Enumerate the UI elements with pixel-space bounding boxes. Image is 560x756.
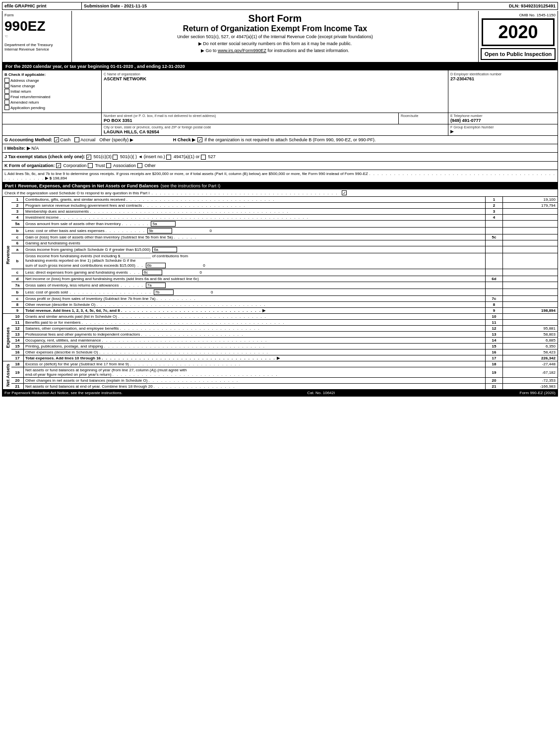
l-value: 198,894: [53, 176, 67, 180]
check-name-box[interactable]: [4, 83, 9, 88]
table-row: c Gross profit or (loss) from sales of i…: [11, 296, 558, 302]
accrual-label: Accrual: [80, 137, 95, 142]
group-exemption-arrow: ▶: [450, 129, 556, 134]
table-row: b Less: cost of goods sold . . . . . . .…: [11, 289, 558, 296]
check-initial-box[interactable]: [4, 89, 9, 94]
ein-value: 27-2304761: [450, 76, 556, 81]
cash-label: Cash: [60, 137, 70, 142]
assoc-label: Association: [113, 163, 137, 168]
expenses-side-label: Expenses: [2, 314, 11, 361]
dln: DLN: 93492319125491: [458, 2, 558, 9]
expenses-section: Expenses 10 Grants and similar amounts p…: [2, 314, 558, 361]
table-row: 3 Membership dues and assessments . . . …: [11, 209, 558, 215]
header-bar: efile GRAPHIC print Submission Date - 20…: [2, 2, 558, 10]
table-row: 6 Gaming and fundraising events: [11, 240, 558, 246]
submission-date: Submission Date - 2021-11-15: [82, 2, 458, 9]
form-symbol: ☜: [4, 34, 69, 39]
corp-label: Corporation: [63, 163, 88, 168]
efile-label: efile GRAPHIC print: [2, 2, 82, 9]
check-amended-box[interactable]: [4, 100, 9, 105]
city-right: F Group Exemption Number ▶: [448, 124, 558, 135]
net-assets-rows: 18 Excess or (deficit) for the year (Sub…: [11, 361, 558, 389]
trust-checkbox[interactable]: [88, 163, 93, 168]
check-name: Name change: [4, 83, 99, 88]
city-section: City or town, state or province, country…: [2, 124, 558, 136]
k-label: K Form of organization:: [4, 163, 56, 168]
for-year-line: For the 2020 calendar year, or tax year …: [2, 62, 558, 70]
form-number: 990EZ: [4, 18, 69, 34]
tax-527-label: 527: [208, 154, 215, 159]
address-section: Number and street (or P. O. box, if mail…: [2, 113, 558, 124]
tax-501c3-checkbox[interactable]: [86, 155, 91, 160]
check-col: B Check if applicable: Address change Na…: [2, 70, 102, 113]
form-org-section: K Form of organization: Corporation Trus…: [2, 162, 558, 171]
schedule-o-checkbox[interactable]: [342, 190, 347, 195]
top-section: Form 990EZ ☜ Department of the Treasury …: [2, 11, 558, 62]
corp-checkbox[interactable]: [56, 163, 61, 168]
ein-col: D Employer identification number 27-2304…: [448, 70, 558, 113]
tax-4947-checkbox[interactable]: [166, 155, 171, 160]
website-section: I Website: ▶ N/A: [2, 144, 558, 153]
address-value: PO BOX 3351: [104, 118, 396, 123]
ein-label: D Employer identification number: [450, 72, 556, 76]
table-row: 18 Excess or (deficit) for the year (Sub…: [11, 361, 558, 367]
table-row: 14 Occupancy, rent, utilities, and maint…: [11, 338, 558, 344]
expenses-rows: 10 Grants and similar amounts paid (list…: [11, 314, 558, 361]
h-label: H Check ▶: [173, 137, 196, 142]
table-row: 4 Investment income . . . . . . . . . . …: [11, 215, 558, 221]
net-assets-side-label: Net Assets: [2, 361, 11, 389]
other-org-label: Other: [144, 163, 156, 168]
addr-left-spacer: [2, 113, 102, 124]
tel-label: E Telephone number: [450, 114, 556, 117]
paperwork-text: For Paperwork Reduction Act Notice, see …: [4, 391, 123, 395]
net-assets-section: Net Assets 18 Excess or (deficit) for th…: [2, 361, 558, 390]
check-pending-box[interactable]: [4, 105, 9, 110]
other-org-checkbox[interactable]: [137, 163, 142, 168]
go-to: ▶ Go to www.irs.gov/Form990EZ for instru…: [74, 48, 476, 53]
table-row: 13 Professional fees and other payments …: [11, 332, 558, 338]
h-checkbox[interactable]: [197, 137, 202, 142]
city-label: City or town, state or province, country…: [104, 125, 446, 129]
tax-501c-checkbox[interactable]: [113, 155, 118, 160]
website-i-label: I Website: ▶: [4, 146, 30, 151]
do-not-enter: ▶ Do not enter social security numbers o…: [74, 41, 476, 46]
tax-527-checkbox[interactable]: [201, 155, 206, 160]
trust-label: Trust: [95, 163, 106, 168]
irs-link[interactable]: www.irs.gov/Form990EZ: [218, 48, 266, 53]
cash-checkbox[interactable]: [54, 137, 59, 142]
tax-501c-label: 501(c)( ) ◄ (insert no.): [120, 154, 166, 159]
table-row: 5a Gross amount from sale of assets othe…: [11, 221, 558, 228]
tax-4947-label: 4947(a)(1) or: [174, 154, 201, 159]
org-name-value: ASCENT NETWORK: [104, 76, 446, 81]
check-final-box[interactable]: [4, 94, 9, 99]
check-address-box[interactable]: [4, 78, 9, 83]
year-open-block: OMB No. 1545-1150 2020 Open to Public In…: [478, 11, 558, 62]
org-name-label: C Name of organization: [104, 72, 446, 76]
year-box: 2020: [482, 18, 555, 46]
table-row: b Gross income from fundraising events (…: [11, 253, 558, 269]
check-final: Final return/terminated: [4, 94, 99, 99]
revenue-section: Revenue 1 Contributions, gifts, grants, …: [2, 197, 558, 314]
schedule-o-check-line: Check if the organization used Schedule …: [2, 189, 558, 197]
other-label: Other (specify) ▶: [99, 137, 133, 142]
return-title: Return of Organization Exempt From Incom…: [74, 24, 476, 33]
address-label: Number and street (or P. O. box, if mail…: [104, 114, 396, 117]
tax-j-label: J Tax-exempt status (check only one):: [4, 154, 86, 159]
check-label: B Check if applicable:: [4, 72, 99, 77]
check-address: Address change: [4, 78, 99, 83]
table-row: c Less: direct expenses from gaming and …: [11, 269, 558, 276]
check-amended: Amended return: [4, 100, 99, 105]
accrual-checkbox[interactable]: [74, 137, 79, 142]
cat-no: Cat. No. 10642I: [307, 391, 335, 395]
assoc-checkbox[interactable]: [106, 163, 111, 168]
form-label: Form 990-EZ (2020): [520, 391, 556, 395]
form-title-block: Short Form Return of Organization Exempt…: [72, 11, 478, 62]
accounting-section: G Accounting Method: Cash Accrual Other …: [2, 136, 558, 144]
group-exemption-label: F Group Exemption Number: [450, 125, 556, 129]
accounting-g-label: G Accounting Method:: [4, 137, 52, 142]
addr-mid: Number and street (or P. O. box, if mail…: [102, 113, 399, 124]
l-arrow: ▶ $: [45, 176, 53, 180]
table-row: 1 Contributions, gifts, grants, and simi…: [11, 197, 558, 203]
schedule-o-dots: . . . . . . . . . . . . . . . . . . . . …: [152, 191, 338, 195]
under-section: Under section 501(c), 527, or 4947(a)(1)…: [74, 34, 476, 39]
